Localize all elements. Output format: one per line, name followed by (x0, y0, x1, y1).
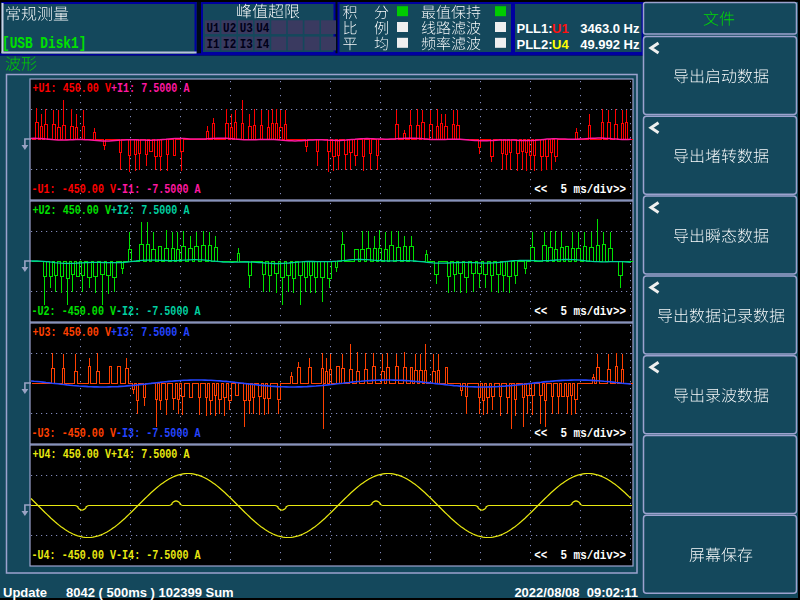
svg-text:I2: I2 (223, 37, 236, 52)
svg-text:+I2: 7.5000 A: +I2: 7.5000 A (111, 203, 189, 218)
svg-text:-I2: -7.5000 A: -I2: -7.5000 A (116, 304, 201, 319)
svg-text:<< 5 ms/div>>: << 5 ms/div>> (534, 426, 626, 441)
svg-text:-I4: -7.5000 A: -I4: -7.5000 A (116, 548, 201, 563)
svg-text:U1: U1 (552, 21, 569, 36)
svg-text:U2: U2 (223, 21, 236, 36)
svg-text:<< 5 ms/div>>: << 5 ms/div>> (534, 548, 626, 563)
svg-text:U1: U1 (206, 21, 219, 36)
svg-text:[USB Disk1]: [USB Disk1] (2, 35, 86, 53)
svg-text:Update: Update (3, 585, 47, 600)
svg-text:3463.0 Hz: 3463.0 Hz (580, 21, 640, 36)
svg-text:49.992 Hz: 49.992 Hz (580, 37, 640, 52)
svg-text:-I1: -7.5000 A: -I1: -7.5000 A (116, 182, 201, 197)
svg-text:<< 5 ms/div>>: << 5 ms/div>> (534, 182, 626, 197)
svg-text:PLL2:: PLL2: (517, 37, 553, 52)
svg-text:2022/08/08 09:02:11: 2022/08/08 09:02:11 (514, 585, 638, 600)
svg-text:8042 ( 500ms ) 102399 Sum: 8042 ( 500ms ) 102399 Sum (66, 585, 234, 600)
svg-text:+U4: 450.00 V: +U4: 450.00 V (33, 447, 111, 462)
svg-text:-U3: -450.00 V: -U3: -450.00 V (32, 426, 117, 441)
svg-text:U4: U4 (256, 21, 269, 36)
svg-text:I1: I1 (206, 37, 219, 52)
svg-text:+I3: 7.5000 A: +I3: 7.5000 A (111, 325, 189, 340)
svg-text:I4: I4 (256, 37, 269, 52)
svg-text:-U2: -450.00 V: -U2: -450.00 V (32, 304, 117, 319)
svg-text:+U3: 450.00 V: +U3: 450.00 V (33, 325, 111, 340)
svg-text:U4: U4 (552, 37, 569, 52)
svg-text:-U4: -450.00 V: -U4: -450.00 V (32, 548, 117, 563)
svg-text:+I1: 7.5000 A: +I1: 7.5000 A (111, 81, 189, 96)
svg-text:I3: I3 (240, 37, 253, 52)
svg-text:PLL1:: PLL1: (517, 21, 553, 36)
svg-text:<< 5 ms/div>>: << 5 ms/div>> (534, 304, 626, 319)
svg-text:-U1: -450.00 V: -U1: -450.00 V (32, 182, 117, 197)
svg-text:+U2: 450.00 V: +U2: 450.00 V (33, 203, 111, 218)
svg-text:+U1: 450.00 V: +U1: 450.00 V (33, 81, 111, 96)
svg-text:U3: U3 (240, 21, 253, 36)
svg-text:+I4: 7.5000 A: +I4: 7.5000 A (111, 447, 189, 462)
svg-text:-I3: -7.5000 A: -I3: -7.5000 A (116, 426, 201, 441)
